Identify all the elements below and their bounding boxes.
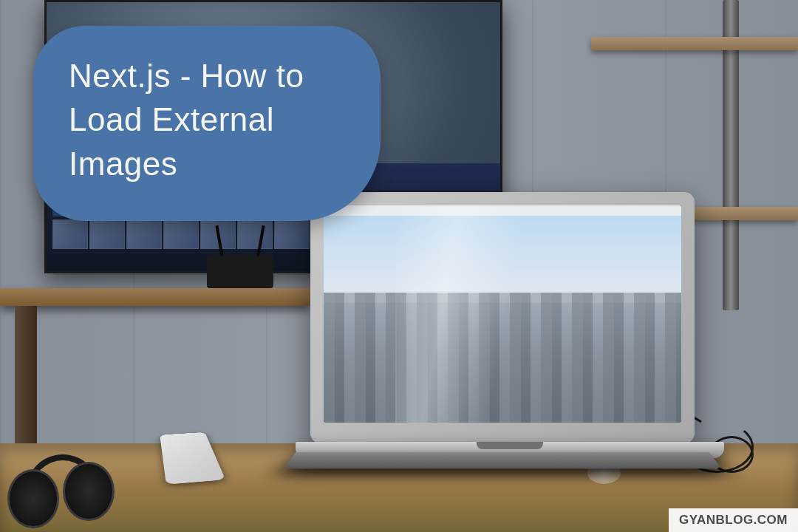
hero-image: Next.js - How to Load External Images GY… <box>0 0 798 532</box>
laptop-display <box>324 205 681 423</box>
wooden-shelf <box>0 288 310 306</box>
article-title: Next.js - How to Load External Images <box>69 54 345 185</box>
wifi-router <box>207 255 273 288</box>
watermark: GYANBLOG.COM <box>669 508 798 532</box>
laptop-bezel <box>310 192 695 443</box>
watermark-text: GYANBLOG.COM <box>679 513 788 527</box>
title-badge: Next.js - How to Load External Images <box>33 26 381 221</box>
shelf-upper <box>591 37 798 50</box>
laptop-keyboard <box>283 452 722 468</box>
shelf-leg <box>15 306 37 454</box>
headphones <box>7 454 126 528</box>
laptop <box>296 192 709 488</box>
